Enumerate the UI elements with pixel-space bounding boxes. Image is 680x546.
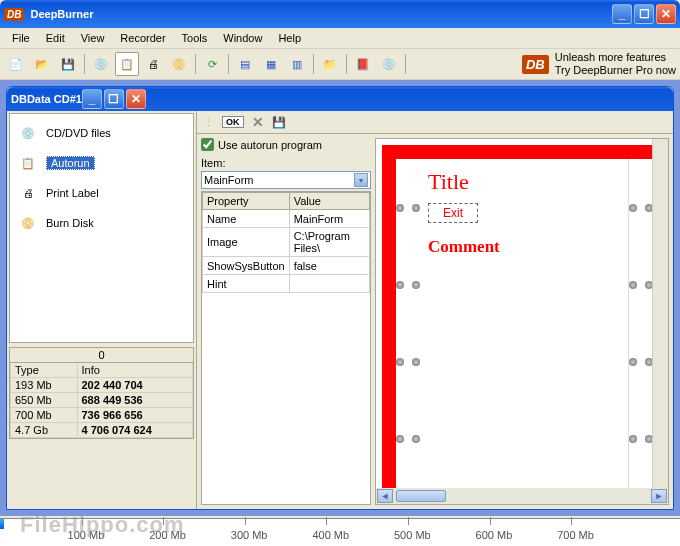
vertical-scrollbar[interactable] <box>652 139 668 488</box>
use-autorun-checkbox[interactable]: Use autorun program <box>201 138 371 151</box>
notebook-preview: Title Exit Comment <box>382 145 652 488</box>
disc-info-grid: 0 Type Info 193 Mb202 440 704 650 Mb688 … <box>9 347 194 439</box>
preview-exit-button[interactable]: Exit <box>428 203 478 223</box>
prop-row: ImageC:\Program Files\ <box>203 228 370 257</box>
item-dropdown[interactable]: MainForm ▾ <box>201 171 371 189</box>
ruler-fill <box>0 519 4 529</box>
child-close-button[interactable]: ✕ <box>126 89 146 109</box>
ring-icon <box>396 433 420 445</box>
scroll-right-icon[interactable]: ► <box>651 489 667 503</box>
open-icon[interactable]: 📂 <box>30 52 54 76</box>
burn-disc-icon: 📀 <box>16 211 40 235</box>
preview-title[interactable]: Title <box>428 169 620 195</box>
info-row: 650 Mb688 449 536 <box>11 393 193 408</box>
menu-recorder[interactable]: Recorder <box>112 30 173 46</box>
info-row: 700 Mb736 966 656 <box>11 408 193 423</box>
nav-autorun[interactable]: 📋 Autorun <box>10 148 193 178</box>
autorun-icon: 📋 <box>16 151 40 175</box>
ok-button[interactable]: OK <box>222 116 244 128</box>
info-header: 0 <box>10 348 193 363</box>
ring-icon <box>629 356 652 368</box>
property-table: Property Value NameMainForm ImageC:\Prog… <box>201 191 371 505</box>
nav-burn-disk[interactable]: 📀 Burn Disk <box>10 208 193 238</box>
item-label: Item: <box>201 157 371 169</box>
scroll-thumb[interactable] <box>396 490 446 502</box>
main-titlebar: DB DeepBurner _ ☐ ✕ <box>0 0 680 28</box>
promo-logo-icon: DB <box>522 55 549 74</box>
nav-list: 💿 CD/DVD files 📋 Autorun 🖨 Print Label <box>9 113 194 343</box>
disc-icon: 💿 <box>16 121 40 145</box>
refresh-icon[interactable]: ⟳ <box>200 52 224 76</box>
child-titlebar: DB Data CD#1 _ ☐ ✕ <box>7 87 673 111</box>
cancel-x-button[interactable]: ✕ <box>252 114 264 130</box>
ring-icon <box>396 202 420 214</box>
ring-icon <box>396 279 420 291</box>
ring-icon <box>629 433 652 445</box>
child-logo-icon: DB <box>11 93 27 105</box>
burn-icon[interactable]: 📀 <box>167 52 191 76</box>
info-row: 4.7 Gb4 706 074 624 <box>11 423 193 438</box>
maximize-button[interactable]: ☐ <box>634 4 654 24</box>
tile-v-icon[interactable]: ▥ <box>285 52 309 76</box>
ring-icon <box>629 279 652 291</box>
folder-icon[interactable]: 📁 <box>318 52 342 76</box>
child-maximize-button[interactable]: ☐ <box>104 89 124 109</box>
menu-tools[interactable]: Tools <box>174 30 216 46</box>
prop-col-value: Value <box>289 193 369 210</box>
disc-icon[interactable]: 💿 <box>89 52 113 76</box>
info-col-type: Type <box>11 363 78 378</box>
prop-row: Hint <box>203 275 370 293</box>
mdi-area: DB Data CD#1 _ ☐ ✕ 💿 CD/DVD files <box>0 80 680 516</box>
menu-view[interactable]: View <box>73 30 113 46</box>
menubar: File Edit View Recorder Tools Window Hel… <box>0 28 680 49</box>
menu-file[interactable]: File <box>4 30 38 46</box>
info-row: 193 Mb202 440 704 <box>11 378 193 393</box>
child-window: DB Data CD#1 _ ☐ ✕ 💿 CD/DVD files <box>6 86 674 510</box>
minimize-button[interactable]: _ <box>612 4 632 24</box>
promo-line1: Unleash more features <box>555 51 676 64</box>
menu-window[interactable]: Window <box>215 30 270 46</box>
close-button[interactable]: ✕ <box>656 4 676 24</box>
about-icon[interactable]: 💿 <box>377 52 401 76</box>
prop-row: NameMainForm <box>203 210 370 228</box>
new-icon[interactable]: 📄 <box>4 52 28 76</box>
ring-icon <box>396 356 420 368</box>
save-editor-icon[interactable]: 💾 <box>272 116 286 129</box>
help-book-icon[interactable]: 📕 <box>351 52 375 76</box>
preview-comment[interactable]: Comment <box>428 237 620 257</box>
child-minimize-button[interactable]: _ <box>82 89 102 109</box>
cascade-icon[interactable]: ▤ <box>233 52 257 76</box>
app-logo-icon: DB <box>4 8 24 21</box>
printer-icon: 🖨 <box>16 181 40 205</box>
print-icon[interactable]: 🖨 <box>141 52 165 76</box>
scroll-left-icon[interactable]: ◄ <box>377 489 393 503</box>
app-title: DeepBurner <box>30 8 612 20</box>
nav-cddvd-files[interactable]: 💿 CD/DVD files <box>10 118 193 148</box>
promo-banner[interactable]: DB Unleash more features Try DeepBurner … <box>522 51 676 77</box>
nav-print-label[interactable]: 🖨 Print Label <box>10 178 193 208</box>
size-ruler: 100 Mb 200 Mb 300 Mb 400 Mb 500 Mb 600 M… <box>0 518 680 546</box>
autorun-toolbar-icon[interactable]: 📋 <box>115 52 139 76</box>
ring-icon <box>629 202 652 214</box>
chevron-down-icon: ▾ <box>354 173 368 187</box>
menu-edit[interactable]: Edit <box>38 30 73 46</box>
menu-help[interactable]: Help <box>270 30 309 46</box>
toolbar: 📄 📂 💾 💿 📋 🖨 📀 ⟳ ▤ ▦ ▥ 📁 📕 💿 DB Unleash m… <box>0 49 680 80</box>
promo-line2: Try DeepBurner Pro now <box>555 64 676 77</box>
prop-col-property: Property <box>203 193 290 210</box>
horizontal-scrollbar[interactable]: ◄ ► <box>376 488 668 504</box>
preview-panel: Title Exit Comment <box>375 138 669 505</box>
info-col-info: Info <box>77 363 193 378</box>
editor-toolbar: ⋮ OK ✕ 💾 <box>197 111 673 134</box>
tile-h-icon[interactable]: ▦ <box>259 52 283 76</box>
prop-row: ShowSysButtonfalse <box>203 257 370 275</box>
save-icon[interactable]: 💾 <box>56 52 80 76</box>
child-title: Data CD#1 <box>27 93 82 105</box>
